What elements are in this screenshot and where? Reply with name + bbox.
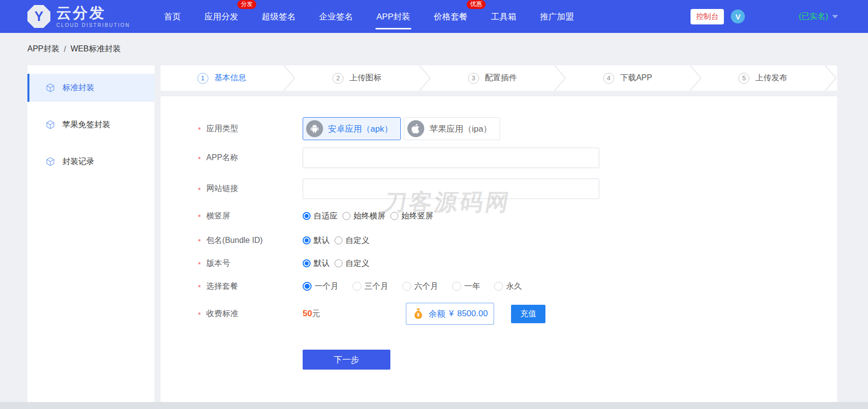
app-type-label: 安卓应用（apk） [328, 123, 392, 135]
step-basic-info[interactable]: 1 基本信息 [161, 65, 283, 91]
required-marker: * [198, 283, 201, 291]
chevron-down-icon [832, 15, 838, 18]
step-configure-plugins[interactable]: 3 配置插件 [431, 65, 553, 91]
radio-icon [452, 282, 461, 291]
step-number: 1 [197, 73, 208, 84]
user-avatar[interactable]: V [731, 9, 745, 23]
main-nav: 首页 应用分发 分发 超级签名 企业签名 APP封装 价格套餐 优惠 工具箱 推… [164, 8, 574, 25]
verified-status-label: (已实名) [799, 11, 828, 22]
radio-orientation-adaptive[interactable]: 自适应 [303, 211, 338, 221]
nav-item-home[interactable]: 首页 [164, 8, 181, 25]
breadcrumb: APP封装 / WEB标准封装 [0, 33, 868, 65]
step-download-app[interactable]: 4 下载APP [566, 65, 689, 91]
radio-icon [494, 282, 503, 291]
required-marker: * [198, 155, 201, 163]
nav-item-super-signature[interactable]: 超级签名 [262, 8, 296, 25]
next-step-button[interactable]: 下一步 [303, 350, 390, 370]
required-marker: * [198, 125, 201, 134]
form-row-orientation: * 横竖屏 自适应 始终横屏 始终竖屏 [161, 210, 837, 222]
radio-icon [335, 259, 343, 267]
field-label: * 选择套餐 [161, 281, 303, 292]
radio-icon [303, 282, 312, 291]
app-type-ios-button[interactable]: 苹果应用（ipa） [404, 117, 500, 140]
distribution-badge: 分发 [237, 0, 256, 9]
step-number: 4 [603, 73, 614, 84]
radio-orientation-landscape[interactable]: 始终横屏 [343, 211, 385, 221]
console-button[interactable]: 控制台 [691, 9, 724, 24]
balance-currency: ¥ [449, 309, 453, 319]
radio-version-default[interactable]: 默认 [303, 258, 330, 269]
money-bag-icon: ¥ [412, 307, 425, 320]
radio-icon [303, 259, 311, 267]
breadcrumb-section[interactable]: APP封装 [27, 44, 59, 54]
required-marker: * [198, 186, 201, 194]
step-wizard: 1 基本信息 2 上传图标 3 配置插件 4 下载APP 5 上传发布 [161, 65, 837, 91]
radio-bundle-custom[interactable]: 自定义 [335, 235, 369, 246]
nav-item-affiliate[interactable]: 推广加盟 [540, 8, 574, 25]
breadcrumb-page: WEB标准封装 [70, 44, 120, 54]
form-panel: 刀客源码网 * 应用类型 [161, 96, 837, 407]
field-label: * 横竖屏 [161, 211, 303, 221]
step-chevron-icon [418, 65, 431, 91]
sidebar: 标准封装 苹果免签封装 封装记录 [27, 65, 155, 407]
radio-version-custom[interactable]: 自定义 [335, 258, 369, 269]
brand-subtitle: CLOUD DISTRIBUTION [56, 22, 130, 28]
radio-icon [343, 212, 350, 220]
user-status-dropdown[interactable]: (已实名) [799, 11, 838, 22]
footer-strip [0, 402, 868, 409]
cube-icon [45, 120, 55, 130]
form-row-site-url: * 网站链接 [161, 179, 837, 199]
sidebar-item-apple-free-sign[interactable]: 苹果免签封装 [27, 111, 155, 139]
step-upload-icon[interactable]: 2 上传图标 [296, 65, 418, 91]
balance-box[interactable]: ¥ 余额¥8500.00 [406, 303, 494, 325]
radio-plan-one-month[interactable]: 一个月 [303, 281, 339, 292]
cube-icon [45, 157, 55, 167]
form-row-app-type: * 应用类型 安卓应用（apk） [161, 117, 837, 140]
radio-icon [390, 212, 398, 220]
step-chevron-icon [553, 65, 566, 91]
brand-logo[interactable]: Y 云分发 CLOUD DISTRIBUTION [27, 5, 130, 28]
app-type-android-button[interactable]: 安卓应用（apk） [303, 117, 401, 140]
nav-item-toolbox[interactable]: 工具箱 [491, 8, 517, 25]
form-row-bundle-id: * 包名(Bundle ID) 默认 自定义 [161, 234, 837, 246]
sidebar-item-standard-packaging[interactable]: 标准封装 [27, 74, 155, 102]
field-label: * APP名称 [161, 153, 303, 163]
price-amount: 50 [303, 309, 312, 319]
balance-label: 余额 [428, 308, 445, 320]
brand-logo-icon: Y [27, 5, 50, 28]
content-area: 标准封装 苹果免签封装 封装记录 1 基本信息 2 上传图标 [0, 65, 868, 407]
radio-orientation-portrait[interactable]: 始终竖屏 [390, 211, 433, 221]
app-name-input[interactable] [303, 148, 599, 168]
radio-icon [303, 236, 311, 244]
required-marker: * [198, 310, 201, 319]
radio-icon [402, 282, 411, 291]
sidebar-item-label: 苹果免签封装 [62, 120, 110, 130]
step-label: 上传发布 [755, 73, 787, 83]
field-label: * 收费标准 [161, 309, 303, 319]
discount-badge: 优惠 [467, 0, 486, 9]
form-row-plan: * 选择套餐 一个月 三个月 六个月 [161, 280, 837, 293]
nav-item-pricing[interactable]: 价格套餐 优惠 [434, 8, 468, 25]
form-row-app-name: * APP名称 [161, 148, 837, 168]
radio-bundle-default[interactable]: 默认 [303, 235, 330, 246]
radio-plan-three-months[interactable]: 三个月 [352, 281, 388, 292]
form-row-version: * 版本号 默认 自定义 [161, 257, 837, 269]
recharge-button[interactable]: 充值 [511, 305, 545, 323]
step-number: 5 [738, 73, 749, 84]
required-marker: * [198, 237, 201, 245]
sidebar-item-packaging-records[interactable]: 封装记录 [27, 148, 155, 176]
required-marker: * [198, 212, 201, 221]
step-label: 基本信息 [214, 73, 246, 83]
brand-name: 云分发 [56, 5, 130, 20]
radio-plan-six-months[interactable]: 六个月 [402, 281, 438, 292]
nav-item-enterprise-signature[interactable]: 企业签名 [319, 8, 353, 25]
radio-plan-forever[interactable]: 永久 [494, 281, 522, 292]
radio-plan-one-year[interactable]: 一年 [452, 281, 480, 292]
form-row-submit: 下一步 [161, 350, 837, 370]
top-navbar: Y 云分发 CLOUD DISTRIBUTION 首页 应用分发 分发 超级签名… [0, 0, 868, 33]
step-chevron-icon [689, 65, 702, 91]
site-url-input[interactable] [303, 179, 599, 199]
step-upload-publish[interactable]: 5 上传发布 [702, 65, 824, 91]
nav-item-app-distribution[interactable]: 应用分发 分发 [204, 8, 238, 25]
nav-item-app-packaging[interactable]: APP封装 [376, 8, 410, 25]
